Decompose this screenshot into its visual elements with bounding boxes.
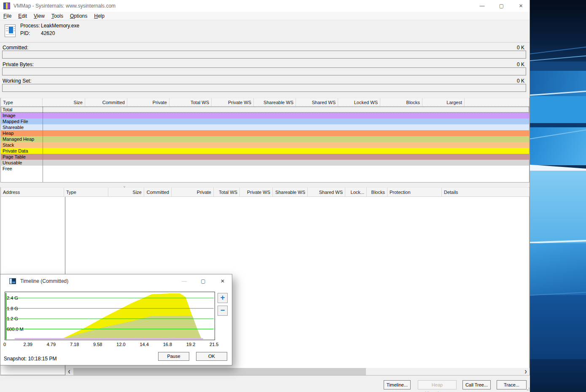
detail-header-size[interactable]: Size [108, 188, 144, 196]
zoom-out-button[interactable]: − [218, 306, 228, 316]
timeline-chart: 2.4 G1.8 G1.2 G600.0 M [5, 292, 215, 340]
x-tick-label: 12.0 [110, 342, 132, 347]
summary-row-managed-heap[interactable]: Managed Heap [1, 136, 529, 142]
x-tick-label: 0 [0, 342, 15, 347]
dialog-maximize-icon: ▢ [201, 278, 205, 284]
summary-header-shareable-ws[interactable]: Shareable WS [254, 98, 296, 106]
menu-hotkey-letter: E [18, 13, 22, 19]
summary-header-largest[interactable]: Largest [422, 98, 465, 106]
menu-options[interactable]: Options [67, 12, 91, 20]
summary-header-size[interactable]: Size [43, 98, 85, 106]
summary-header-locked-ws[interactable]: Locked WS [338, 98, 380, 106]
summary-row-page-table[interactable]: Page Table [1, 154, 529, 160]
process-value: LeakMemory.exe [41, 23, 79, 29]
summary-header-private-ws[interactable]: Private WS [212, 98, 254, 106]
window-title: VMMap - Sysinternals: www.sysinternals.c… [13, 3, 116, 9]
y-tick-label: 1.2 G [7, 316, 18, 321]
x-tick-label: 9.58 [87, 342, 108, 347]
zoom-in-button[interactable]: + [218, 293, 228, 303]
dialog-title-bar[interactable]: Timeline (Committed) — ▢ ✕ [0, 274, 232, 288]
timeline-button[interactable]: Timeline... [384, 380, 411, 389]
vmmap-app-icon [3, 3, 10, 9]
dialog-maximize-button[interactable]: ▢ [196, 275, 210, 287]
menu-help[interactable]: Help [91, 12, 108, 20]
summary-row-shareable[interactable]: Shareable [1, 124, 529, 130]
committed-label: Committed: [3, 45, 28, 51]
call-tree-button[interactable]: Call Tree... [462, 380, 491, 389]
menu-edit[interactable]: Edit [15, 12, 30, 20]
pause-button[interactable]: Pause [158, 352, 189, 361]
resize-grip[interactable] [525, 386, 530, 390]
summary-row-heap[interactable]: Heap [1, 130, 529, 136]
menu-bar: FileEditViewToolsOptionsHelp [0, 12, 530, 20]
detail-header-shared-ws[interactable]: Shared WS [308, 188, 345, 196]
close-icon: ✕ [519, 3, 523, 9]
summary-row-type-label: Heap [3, 131, 13, 136]
detail-header-lock-[interactable]: Lock... [345, 188, 367, 196]
x-tick-label: 2.39 [17, 342, 38, 347]
detail-header-private-ws[interactable]: Private WS [240, 188, 273, 196]
summary-header-private[interactable]: Private [127, 98, 169, 106]
detail-header-shareable-ws[interactable]: Shareable WS [273, 188, 308, 196]
committed-gauge [2, 51, 526, 59]
detail-table-header: AddressTypeSizeCommittedPrivateTotal WSP… [1, 187, 529, 197]
summary-row-type-label: Free [3, 166, 12, 171]
summary-row-type-label: Shareable [3, 125, 24, 130]
menu-hotkey-letter: T [51, 13, 54, 19]
plus-icon: + [220, 293, 225, 302]
timeline-chart-canvas [5, 292, 215, 340]
detail-header-private[interactable]: Private [172, 188, 214, 196]
snapshot-time: 10:18:15 PM [28, 356, 56, 362]
scrollbar-thumb[interactable] [73, 368, 366, 375]
summary-header-committed[interactable]: Committed [85, 98, 127, 106]
process-label: Process: [20, 23, 40, 29]
detail-header-details[interactable]: Details [442, 188, 530, 196]
dialog-minimize-icon: — [182, 278, 187, 284]
maximize-button[interactable]: ▢ [492, 0, 511, 12]
summary-header-type[interactable]: Type [1, 98, 43, 106]
scroll-right-button[interactable]: ❯ [522, 368, 530, 375]
menu-tools[interactable]: Tools [48, 12, 67, 20]
desktop-wallpaper [530, 0, 586, 392]
summary-row-unusable[interactable]: Unusable [1, 160, 529, 166]
summary-header-total-ws[interactable]: Total WS [169, 98, 212, 106]
detail-header-address[interactable]: Address [1, 188, 64, 196]
dialog-close-button[interactable]: ✕ [215, 275, 230, 287]
dialog-title: Timeline (Committed) [20, 278, 68, 284]
menu-hotkey-letter: V [34, 13, 37, 19]
menu-hotkey-letter: O [70, 13, 74, 19]
scroll-left-button[interactable]: ❮ [65, 368, 73, 375]
summary-row-stack[interactable]: Stack [1, 142, 529, 148]
x-tick-label: 4.79 [40, 342, 62, 347]
wallpaper-band [530, 62, 586, 72]
detail-header-type[interactable]: Type [64, 188, 108, 196]
title-bar[interactable]: VMMap - Sysinternals: www.sysinternals.c… [0, 0, 530, 12]
detail-header-blocks[interactable]: Blocks [367, 188, 387, 196]
maximize-icon: ▢ [499, 3, 504, 9]
heap-allocations-button: Heap Allocations... [418, 380, 457, 389]
summary-row-free[interactable]: Free [1, 166, 529, 172]
ok-button[interactable]: OK [196, 352, 227, 361]
summary-row-private-data[interactable]: Private Data [1, 148, 529, 154]
summary-table-header: TypeSizeCommittedPrivateTotal WSPrivate … [1, 98, 529, 107]
menu-file[interactable]: File [0, 12, 15, 20]
dialog-close-icon: ✕ [220, 278, 225, 284]
summary-row-total[interactable]: Total [1, 107, 529, 113]
minimize-button[interactable]: — [473, 0, 492, 12]
horizontal-scrollbar[interactable]: ❮ ❯ [65, 368, 530, 375]
detail-header-protection[interactable]: Protection [387, 188, 442, 196]
trace-button[interactable]: Trace... [497, 380, 527, 389]
summary-header-shared-ws[interactable]: Shared WS [296, 98, 338, 106]
menu-view[interactable]: View [30, 12, 48, 20]
minus-icon: − [220, 306, 225, 314]
timeline-dialog-icon [9, 278, 16, 284]
close-button[interactable]: ✕ [511, 0, 530, 12]
summary-header-blocks[interactable]: Blocks [380, 98, 422, 106]
process-toolbar: Process: LeakMemory.exe PID: 42620 [0, 20, 530, 43]
detail-header-total-ws[interactable]: Total WS [214, 188, 240, 196]
summary-row-mapped-file[interactable]: Mapped File [1, 118, 529, 124]
detail-header-committed[interactable]: Committed [144, 188, 172, 196]
summary-row-image[interactable]: Image [1, 113, 529, 118]
summary-row-type-label: Private Data [3, 148, 28, 153]
snapshot-status: Snapshot: 10:18:15 PM [4, 356, 56, 362]
